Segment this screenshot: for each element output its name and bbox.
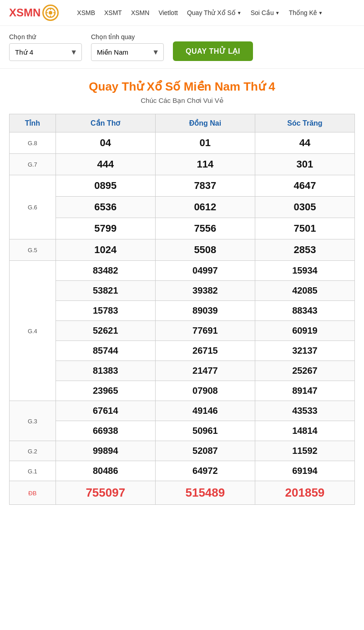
prize-value-cell: 64972 xyxy=(155,461,255,481)
table-row: 857442671532137 xyxy=(10,341,355,361)
nav-xsmn[interactable]: XSMN xyxy=(131,9,149,16)
prize-value-cell: 44 xyxy=(255,132,354,154)
prize-label-cell: ĐB xyxy=(10,481,56,505)
prize-value: 0895 xyxy=(94,180,116,191)
prize-value-cell: 66938 xyxy=(56,421,155,441)
prize-value: 5508 xyxy=(194,244,216,255)
nav-xsmt[interactable]: XSMT xyxy=(104,9,122,16)
prize-value-cell: 89039 xyxy=(155,301,255,321)
prize-value-cell: 0612 xyxy=(155,197,255,218)
prize-label: G.1 xyxy=(28,468,37,475)
table-row: G.1804866497269194 xyxy=(10,461,355,481)
prize-value: 85744 xyxy=(93,345,118,356)
prize-label: G.4 xyxy=(28,328,37,335)
table-row: G.3676144914643533 xyxy=(10,401,355,421)
prize-value-cell: 53821 xyxy=(56,281,155,301)
thu-select-wrapper: Thứ 2 Thứ 3 Thứ 4 Thứ 5 Thứ 6 Thứ 7 Chủ … xyxy=(9,43,82,61)
prize-value-cell: 444 xyxy=(56,154,155,175)
prize-value-cell: 39382 xyxy=(155,281,255,301)
nav-thong-ke[interactable]: Thống Kê ▼ xyxy=(289,9,323,16)
chon-tinh-group: Chọn tỉnh quay Miền Nam Miền Trung Miền … xyxy=(91,33,164,61)
table-row: 157838903988343 xyxy=(10,301,355,321)
prize-value-cell: 52087 xyxy=(155,441,255,461)
prize-value: 7501 xyxy=(293,223,316,234)
prize-value: 53821 xyxy=(93,285,118,295)
table-row: 239650790889147 xyxy=(10,381,355,401)
prize-value-cell: 515489 xyxy=(155,481,255,505)
prize-value: 444 xyxy=(97,158,114,170)
prize-value: 21477 xyxy=(192,366,218,376)
prize-value-cell: 32137 xyxy=(255,341,354,361)
prize-value: 1024 xyxy=(94,244,116,255)
prize-label-cell: G.5 xyxy=(10,239,56,261)
nav-soi-cau[interactable]: Soi Cầu ▼ xyxy=(251,9,280,16)
prize-value: 23965 xyxy=(93,386,118,396)
prize-value-cell: 83482 xyxy=(56,261,155,281)
prize-label-cell: G.4 xyxy=(10,261,56,401)
prize-value-cell: 67614 xyxy=(56,401,155,421)
col-header-tinh[interactable]: Tỉnh xyxy=(10,114,56,132)
prize-label: ĐB xyxy=(28,490,36,497)
prize-value: 83482 xyxy=(93,265,118,275)
prize-label: G.2 xyxy=(28,448,37,455)
prize-value: 14814 xyxy=(292,426,318,436)
thu-select[interactable]: Thứ 2 Thứ 3 Thứ 4 Thứ 5 Thứ 6 Thứ 7 Chủ … xyxy=(9,43,82,61)
table-row: G.5102455082853 xyxy=(10,239,355,261)
prize-value-cell: 25267 xyxy=(255,361,354,381)
prize-value: 64972 xyxy=(192,466,218,476)
prize-value-cell: 5508 xyxy=(155,239,255,261)
prize-value: 01 xyxy=(200,137,211,148)
prize-value: 7556 xyxy=(194,223,216,234)
prize-value: 32137 xyxy=(292,345,318,356)
table-row: G.8040144 xyxy=(10,132,355,154)
prize-label-cell: G.7 xyxy=(10,154,56,175)
prize-value-cell: 0305 xyxy=(255,197,354,218)
prize-value: 88343 xyxy=(292,305,318,315)
col-header-can-tho[interactable]: Cần Thơ xyxy=(56,114,155,132)
svg-point-1 xyxy=(49,11,52,15)
table-header-row: Tỉnh Cần Thơ Đồng Nai Sóc Trăng xyxy=(10,114,355,132)
prize-value-cell: 7501 xyxy=(255,218,354,239)
col-header-soc-trang[interactable]: Sóc Trăng xyxy=(255,114,354,132)
prize-value: 0305 xyxy=(293,201,316,213)
prize-value: 755097 xyxy=(86,486,125,499)
prize-value: 15934 xyxy=(292,265,318,275)
tinh-select[interactable]: Miền Nam Miền Trung Miền Bắc xyxy=(91,43,164,61)
prize-value: 42085 xyxy=(292,285,318,295)
prize-value-cell: 85744 xyxy=(56,341,155,361)
nav-vietlott[interactable]: Vietlott xyxy=(158,9,178,16)
table-row: G.2998945208711592 xyxy=(10,441,355,461)
nav-xsmb[interactable]: XSMB xyxy=(77,9,95,16)
results-table-wrapper: Tỉnh Cần Thơ Đồng Nai Sóc Trăng G.804014… xyxy=(0,109,364,514)
prize-value: 69194 xyxy=(292,466,318,476)
prize-value: 15783 xyxy=(93,305,118,315)
table-row: 579975567501 xyxy=(10,218,355,239)
prize-value: 201859 xyxy=(285,486,325,499)
main-subtitle: Chúc Các Bạn Chơi Vui Vẻ xyxy=(0,97,364,105)
prize-label: G.8 xyxy=(28,140,37,147)
nav-quay-thu[interactable]: Quay Thử Xổ Số ▼ xyxy=(187,9,242,16)
logo-text: XSMN xyxy=(9,6,40,19)
controls-area: Chọn thứ Thứ 2 Thứ 3 Thứ 4 Thứ 5 Thứ 6 T… xyxy=(0,26,364,69)
prize-label-cell: G.2 xyxy=(10,441,56,461)
chon-thu-group: Chọn thứ Thứ 2 Thứ 3 Thứ 4 Thứ 5 Thứ 6 T… xyxy=(9,33,82,61)
prize-value-cell: 14814 xyxy=(255,421,354,441)
prize-value-cell: 2853 xyxy=(255,239,354,261)
table-row: 538213938242085 xyxy=(10,281,355,301)
quay-thu-lai-button[interactable]: QUAY THỬ LẠI xyxy=(173,41,253,61)
prize-label-cell: G.1 xyxy=(10,461,56,481)
prize-label: G.5 xyxy=(28,247,37,254)
prize-value-cell: 4647 xyxy=(255,175,354,197)
prize-value: 80486 xyxy=(93,466,118,476)
prize-value-cell: 04997 xyxy=(155,261,255,281)
table-row: 813832147725267 xyxy=(10,361,355,381)
col-header-dong-nai[interactable]: Đồng Nai xyxy=(155,114,255,132)
logo-icon xyxy=(42,5,59,21)
prize-value: 114 xyxy=(197,158,213,170)
prize-value-cell: 99894 xyxy=(56,441,155,461)
prize-value: 07908 xyxy=(192,386,218,396)
table-row: 669385096114814 xyxy=(10,421,355,441)
prize-value-cell: 7556 xyxy=(155,218,255,239)
prize-value-cell: 42085 xyxy=(255,281,354,301)
prize-value: 81383 xyxy=(93,366,118,376)
